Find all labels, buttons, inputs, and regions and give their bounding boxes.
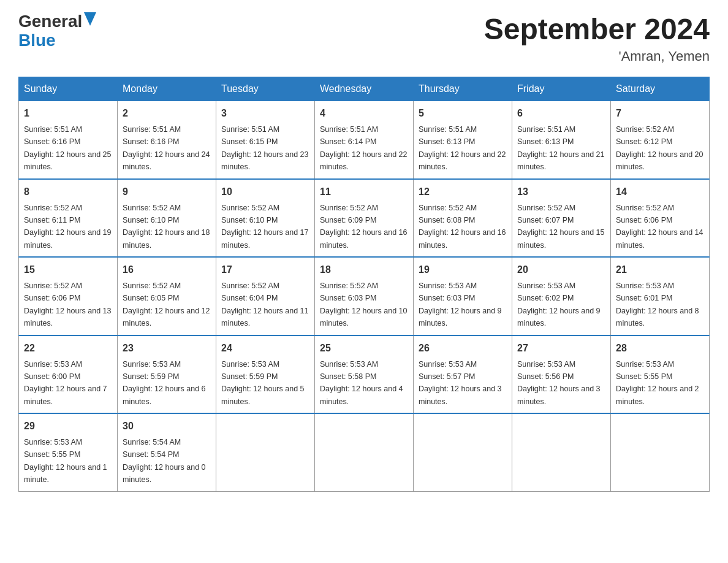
table-row: 5 Sunrise: 5:51 AMSunset: 6:13 PMDayligh…	[414, 101, 512, 179]
day-number: 30	[123, 419, 211, 434]
location-subtitle: 'Amran, Yemen	[484, 48, 710, 64]
day-info: Sunrise: 5:51 AMSunset: 6:13 PMDaylight:…	[419, 125, 506, 171]
header-thursday: Thursday	[414, 77, 512, 101]
logo-arrow-icon	[84, 12, 96, 26]
table-row: 23 Sunrise: 5:53 AMSunset: 5:59 PMDaylig…	[118, 335, 216, 414]
day-info: Sunrise: 5:52 AMSunset: 6:08 PMDaylight:…	[419, 204, 506, 250]
day-info: Sunrise: 5:53 AMSunset: 6:00 PMDaylight:…	[24, 360, 107, 406]
day-number: 7	[616, 106, 704, 121]
table-row: 7 Sunrise: 5:52 AMSunset: 6:12 PMDayligh…	[611, 101, 710, 179]
table-row	[414, 413, 512, 491]
day-number: 12	[419, 185, 507, 199]
day-info: Sunrise: 5:52 AMSunset: 6:03 PMDaylight:…	[320, 282, 407, 327]
table-row	[315, 413, 414, 491]
day-number: 22	[24, 341, 112, 356]
day-number: 13	[517, 185, 605, 199]
day-number: 5	[419, 106, 507, 121]
table-row: 12 Sunrise: 5:52 AMSunset: 6:08 PMDaylig…	[414, 179, 512, 258]
table-row: 1 Sunrise: 5:51 AMSunset: 6:16 PMDayligh…	[19, 101, 118, 179]
day-info: Sunrise: 5:52 AMSunset: 6:06 PMDaylight:…	[24, 282, 111, 327]
week-row-5: 29 Sunrise: 5:53 AMSunset: 5:55 PMDaylig…	[19, 413, 710, 491]
table-row: 26 Sunrise: 5:53 AMSunset: 5:57 PMDaylig…	[414, 335, 512, 414]
day-info: Sunrise: 5:53 AMSunset: 5:56 PMDaylight:…	[517, 360, 601, 406]
day-number: 28	[616, 341, 704, 356]
day-info: Sunrise: 5:51 AMSunset: 6:16 PMDaylight:…	[24, 125, 111, 171]
header-tuesday: Tuesday	[216, 77, 315, 101]
header-monday: Monday	[118, 77, 216, 101]
day-info: Sunrise: 5:52 AMSunset: 6:05 PMDaylight:…	[123, 282, 210, 327]
table-row: 20 Sunrise: 5:53 AMSunset: 6:02 PMDaylig…	[512, 257, 611, 335]
table-row: 16 Sunrise: 5:52 AMSunset: 6:05 PMDaylig…	[118, 257, 216, 335]
day-number: 2	[123, 106, 211, 121]
day-info: Sunrise: 5:52 AMSunset: 6:07 PMDaylight:…	[517, 204, 604, 250]
header-saturday: Saturday	[611, 77, 710, 101]
day-info: Sunrise: 5:51 AMSunset: 6:15 PMDaylight:…	[221, 125, 308, 171]
table-row: 2 Sunrise: 5:51 AMSunset: 6:16 PMDayligh…	[118, 101, 216, 179]
table-row: 3 Sunrise: 5:51 AMSunset: 6:15 PMDayligh…	[216, 101, 315, 179]
header-wednesday: Wednesday	[315, 77, 414, 101]
logo-blue-text: Blue	[18, 31, 56, 50]
day-info: Sunrise: 5:53 AMSunset: 5:55 PMDaylight:…	[616, 360, 699, 406]
day-info: Sunrise: 5:53 AMSunset: 5:58 PMDaylight:…	[320, 360, 403, 406]
day-number: 19	[419, 262, 507, 277]
table-row: 14 Sunrise: 5:52 AMSunset: 6:06 PMDaylig…	[611, 179, 710, 258]
day-info: Sunrise: 5:52 AMSunset: 6:12 PMDaylight:…	[616, 125, 703, 171]
day-number: 17	[221, 262, 309, 277]
week-row-2: 8 Sunrise: 5:52 AMSunset: 6:11 PMDayligh…	[19, 179, 710, 258]
table-row: 10 Sunrise: 5:52 AMSunset: 6:10 PMDaylig…	[216, 179, 315, 258]
table-row: 8 Sunrise: 5:52 AMSunset: 6:11 PMDayligh…	[19, 179, 118, 258]
calendar-table: Sunday Monday Tuesday Wednesday Thursday…	[18, 77, 710, 492]
day-number: 16	[123, 262, 211, 277]
day-info: Sunrise: 5:52 AMSunset: 6:11 PMDaylight:…	[24, 204, 111, 250]
day-number: 6	[517, 106, 605, 121]
table-row: 25 Sunrise: 5:53 AMSunset: 5:58 PMDaylig…	[315, 335, 414, 414]
table-row: 17 Sunrise: 5:52 AMSunset: 6:04 PMDaylig…	[216, 257, 315, 335]
table-row: 4 Sunrise: 5:51 AMSunset: 6:14 PMDayligh…	[315, 101, 414, 179]
day-info: Sunrise: 5:53 AMSunset: 6:03 PMDaylight:…	[419, 282, 502, 327]
table-row: 24 Sunrise: 5:53 AMSunset: 5:59 PMDaylig…	[216, 335, 315, 414]
header-friday: Friday	[512, 77, 611, 101]
day-info: Sunrise: 5:53 AMSunset: 6:01 PMDaylight:…	[616, 282, 699, 327]
day-number: 8	[24, 185, 112, 199]
day-info: Sunrise: 5:53 AMSunset: 5:55 PMDaylight:…	[24, 438, 107, 484]
day-number: 1	[24, 106, 112, 121]
table-row: 19 Sunrise: 5:53 AMSunset: 6:03 PMDaylig…	[414, 257, 512, 335]
day-info: Sunrise: 5:53 AMSunset: 6:02 PMDaylight:…	[517, 282, 601, 327]
table-row: 27 Sunrise: 5:53 AMSunset: 5:56 PMDaylig…	[512, 335, 611, 414]
day-number: 10	[221, 185, 309, 199]
table-row: 22 Sunrise: 5:53 AMSunset: 6:00 PMDaylig…	[19, 335, 118, 414]
day-info: Sunrise: 5:51 AMSunset: 6:14 PMDaylight:…	[320, 125, 407, 171]
table-row: 21 Sunrise: 5:53 AMSunset: 6:01 PMDaylig…	[611, 257, 710, 335]
day-info: Sunrise: 5:52 AMSunset: 6:10 PMDaylight:…	[123, 204, 210, 250]
table-row	[512, 413, 611, 491]
logo-general-text: General	[18, 12, 82, 31]
svg-marker-0	[84, 12, 96, 26]
day-info: Sunrise: 5:53 AMSunset: 5:59 PMDaylight:…	[221, 360, 305, 406]
table-row: 11 Sunrise: 5:52 AMSunset: 6:09 PMDaylig…	[315, 179, 414, 258]
month-title: September 2024	[484, 12, 710, 46]
title-area: September 2024 'Amran, Yemen	[484, 12, 710, 64]
table-row	[216, 413, 315, 491]
header-sunday: Sunday	[19, 77, 118, 101]
day-info: Sunrise: 5:53 AMSunset: 5:59 PMDaylight:…	[123, 360, 206, 406]
table-row: 9 Sunrise: 5:52 AMSunset: 6:10 PMDayligh…	[118, 179, 216, 258]
day-number: 25	[320, 341, 408, 356]
day-number: 23	[123, 341, 211, 356]
day-info: Sunrise: 5:52 AMSunset: 6:09 PMDaylight:…	[320, 204, 407, 250]
day-number: 3	[221, 106, 309, 121]
table-row: 18 Sunrise: 5:52 AMSunset: 6:03 PMDaylig…	[315, 257, 414, 335]
day-info: Sunrise: 5:51 AMSunset: 6:16 PMDaylight:…	[123, 125, 210, 171]
day-number: 20	[517, 262, 605, 277]
week-row-3: 15 Sunrise: 5:52 AMSunset: 6:06 PMDaylig…	[19, 257, 710, 335]
day-number: 21	[616, 262, 704, 277]
day-number: 11	[320, 185, 408, 199]
week-row-1: 1 Sunrise: 5:51 AMSunset: 6:16 PMDayligh…	[19, 101, 710, 179]
day-number: 14	[616, 185, 704, 199]
logo: General Blue	[18, 12, 96, 50]
day-info: Sunrise: 5:52 AMSunset: 6:10 PMDaylight:…	[221, 204, 308, 250]
day-number: 24	[221, 341, 309, 356]
day-info: Sunrise: 5:51 AMSunset: 6:13 PMDaylight:…	[517, 125, 604, 171]
table-row: 29 Sunrise: 5:53 AMSunset: 5:55 PMDaylig…	[19, 413, 118, 491]
day-number: 15	[24, 262, 112, 277]
day-number: 4	[320, 106, 408, 121]
